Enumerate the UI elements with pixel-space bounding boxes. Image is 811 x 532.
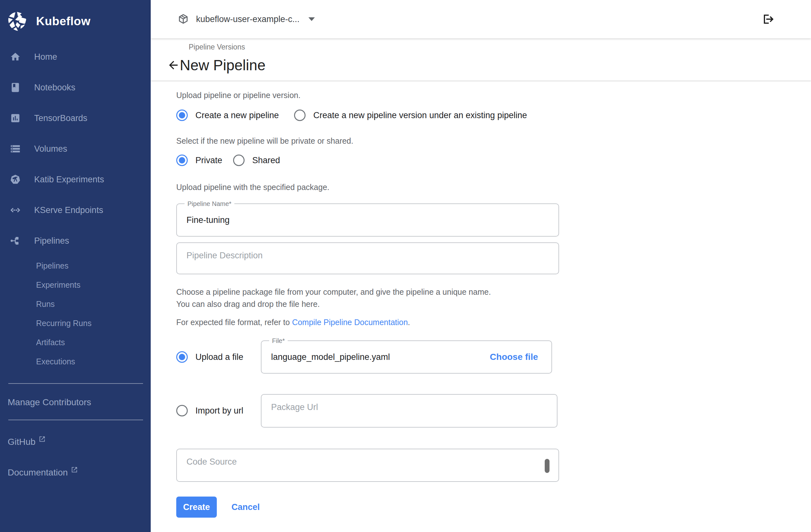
file-help-line2: You can also drag and drop the file here…: [176, 298, 811, 310]
sidebar-item-label: Notebooks: [34, 83, 75, 93]
radio-shared-label[interactable]: Shared: [252, 155, 280, 165]
sidebar-item-manage-contributors[interactable]: Manage Contributors: [0, 384, 151, 408]
page-header: Pipeline Versions New Pipeline: [151, 38, 811, 80]
notebook-icon: [10, 82, 21, 93]
main-area: kubeflow-user-example-c... Pipeline Vers…: [151, 0, 811, 532]
documentation-label: Documentation: [7, 468, 68, 478]
format-line: For expected file format, refer to Compi…: [176, 318, 811, 327]
format-prefix: For expected file format, refer to: [176, 318, 292, 327]
sidebar-item-label: Volumes: [34, 144, 67, 154]
code-source-field: [176, 449, 559, 482]
compile-pipeline-doc-link[interactable]: Compile Pipeline Documentation: [292, 318, 408, 327]
storage-icon: [10, 143, 21, 154]
logout-icon[interactable]: [762, 13, 774, 26]
pipeline-type-radio-group: Create a new pipeline Create a new pipel…: [176, 109, 811, 121]
pipeline-graph-icon: [10, 235, 21, 246]
radio-create-new-pipeline[interactable]: [176, 109, 188, 121]
sidebar-subitem-artifacts[interactable]: Artifacts: [0, 333, 151, 352]
sidebar-subitem-recurring-runs[interactable]: Recurring Runs: [0, 314, 151, 333]
radio-create-new-pipeline-label[interactable]: Create a new pipeline: [195, 110, 279, 120]
page-title: New Pipeline: [180, 57, 265, 74]
sidebar-subitem-executions[interactable]: Executions: [0, 352, 151, 371]
kubeflow-app: Kubeflow Home Notebooks TensorBoards Vol…: [0, 0, 811, 532]
pipeline-description-input[interactable]: [177, 243, 558, 274]
namespace-name: kubeflow-user-example-c...: [196, 14, 300, 24]
subitem-label: Experiments: [36, 280, 80, 290]
visibility-radio-group: Private Shared: [176, 154, 811, 166]
bar-chart-icon: [10, 113, 21, 124]
format-suffix: .: [408, 318, 410, 327]
breadcrumb: Pipeline Versions: [189, 42, 811, 51]
back-arrow-icon[interactable]: [167, 59, 180, 72]
top-toolbar: kubeflow-user-example-c...: [151, 0, 811, 38]
sidebar-item-label: Home: [34, 52, 57, 62]
radio-private[interactable]: [176, 154, 188, 166]
pipeline-description-field: [176, 242, 559, 274]
upload-file-row: Upload a file File* language_model_pipel…: [176, 340, 811, 374]
sidebar-item-tensorboards[interactable]: TensorBoards: [0, 103, 151, 134]
logo[interactable]: Kubeflow: [0, 0, 151, 36]
package-url-field: [261, 394, 557, 428]
radio-import-url-label[interactable]: Import by url: [195, 406, 243, 416]
file-field: File* language_model_pipeline.yaml Choos…: [261, 340, 552, 374]
radio-create-new-version[interactable]: [294, 109, 306, 121]
sidebar-item-label: Katib Experiments: [34, 175, 104, 185]
sidebar-item-home[interactable]: Home: [0, 42, 151, 72]
import-url-row: Import by url: [176, 394, 811, 428]
radio-import-url[interactable]: [176, 405, 188, 416]
cube-icon: [178, 13, 189, 25]
double-arrow-icon: [10, 205, 21, 215]
file-help-text: Choose a pipeline package file from your…: [176, 286, 811, 310]
sidebar-item-label: Pipelines: [34, 236, 69, 246]
external-link-icon: [71, 466, 78, 473]
sidebar-item-kserve-endpoints[interactable]: KServe Endpoints: [0, 195, 151, 226]
radio-private-label[interactable]: Private: [195, 155, 222, 165]
pipeline-name-input[interactable]: [177, 204, 558, 236]
pipeline-name-field: Pipeline Name*: [176, 203, 559, 237]
subitem-label: Pipelines: [36, 261, 68, 271]
choose-file-button[interactable]: Choose file: [490, 352, 551, 362]
subitem-label: Runs: [36, 300, 55, 309]
sidebar-item-katib-experiments[interactable]: Katib Experiments: [0, 164, 151, 195]
kubeflow-logo-icon: [6, 10, 28, 33]
radio-create-new-version-label[interactable]: Create a new pipeline version under an e…: [313, 110, 527, 120]
sidebar-item-volumes[interactable]: Volumes: [0, 134, 151, 164]
home-icon: [10, 51, 21, 62]
external-link-icon: [39, 436, 46, 443]
visibility-hint: Select if the new pipeline will be priva…: [176, 136, 811, 146]
upload-type-hint: Upload pipeline or pipeline version.: [176, 91, 811, 100]
github-label: GitHub: [7, 437, 35, 447]
code-source-input[interactable]: [177, 449, 558, 481]
subitem-label: Recurring Runs: [36, 319, 92, 328]
sidebar: Kubeflow Home Notebooks TensorBoards Vol…: [0, 0, 151, 532]
file-label: File*: [269, 337, 288, 345]
radio-shared[interactable]: [233, 154, 245, 166]
pipeline-name-label: Pipeline Name*: [185, 200, 234, 208]
telescope-heptagon-icon: [10, 174, 21, 185]
create-button[interactable]: Create: [176, 497, 217, 518]
sidebar-subitem-experiments[interactable]: Experiments: [0, 275, 151, 294]
sidebar-divider: [8, 420, 143, 420]
sidebar-link-github[interactable]: GitHub: [0, 437, 151, 447]
sidebar-subitem-runs[interactable]: Runs: [0, 294, 151, 314]
chevron-down-icon: [308, 17, 315, 21]
sidebar-subitem-pipelines[interactable]: Pipelines: [0, 256, 151, 275]
scrollbar-thumb[interactable]: [545, 459, 550, 473]
form-actions: Create Cancel: [176, 497, 811, 518]
sidebar-item-label: KServe Endpoints: [34, 205, 103, 215]
package-url-input[interactable]: [261, 395, 557, 427]
subitem-label: Artifacts: [36, 338, 65, 347]
namespace-selector[interactable]: kubeflow-user-example-c...: [178, 13, 315, 25]
sidebar-item-label: TensorBoards: [34, 113, 88, 123]
subitem-label: Executions: [36, 357, 75, 366]
cancel-button[interactable]: Cancel: [230, 502, 262, 513]
sidebar-link-documentation[interactable]: Documentation: [0, 468, 151, 478]
new-pipeline-form: Upload pipeline or pipeline version. Cre…: [151, 80, 811, 532]
package-hint: Upload pipeline with the specified packa…: [176, 183, 811, 192]
sidebar-item-notebooks[interactable]: Notebooks: [0, 72, 151, 103]
radio-upload-file[interactable]: [176, 351, 188, 363]
radio-upload-file-label[interactable]: Upload a file: [195, 352, 243, 362]
pipelines-sub-menu: Pipelines Experiments Runs Recurring Run…: [0, 256, 151, 371]
logo-text: Kubeflow: [36, 15, 90, 28]
sidebar-item-pipelines[interactable]: Pipelines: [0, 226, 151, 256]
